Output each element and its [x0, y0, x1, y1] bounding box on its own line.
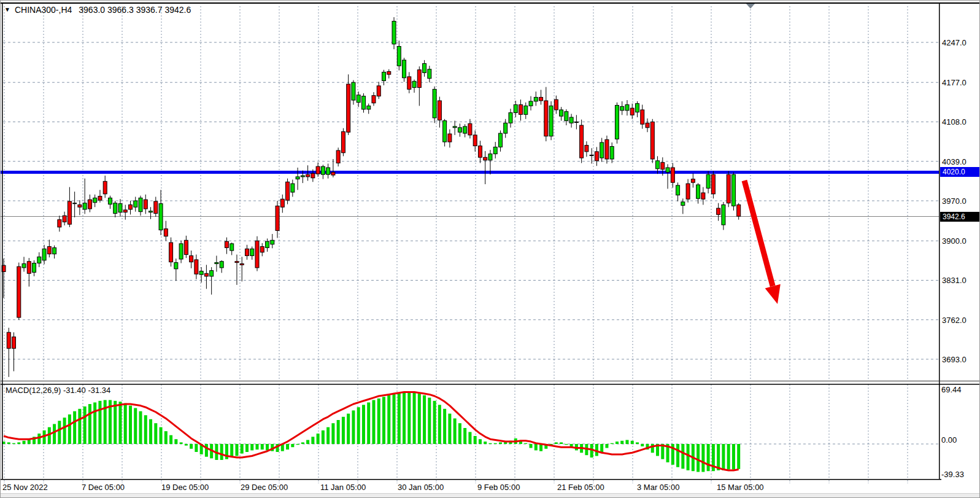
candle-up [199, 271, 203, 275]
panel-separator-top[interactable] [1, 381, 980, 381]
candle-up [53, 247, 56, 254]
macd-histogram-bar [37, 434, 41, 444]
macd-histogram-bar [68, 414, 71, 444]
time-axis-label: 25 Nov 2022 [2, 483, 48, 492]
candle-up [271, 240, 274, 244]
candle-down [605, 139, 609, 159]
macd-indicator-label: MACD(12,26,9) -31.40 -31.34 [6, 386, 110, 395]
candle-up [22, 263, 26, 268]
macd-histogram-bar [707, 444, 710, 471]
symbol-dropdown-icon[interactable]: ▼ [4, 6, 10, 13]
sell-arrow-head[interactable] [765, 284, 781, 304]
candle-up [534, 97, 538, 101]
candle-up [326, 168, 330, 174]
macd-histogram-bar [524, 443, 527, 444]
chart-canvas[interactable] [1, 1, 980, 498]
annotations[interactable] [744, 3, 781, 304]
price-axis-label: 4039.0 [942, 157, 966, 166]
macd-histogram-bar [256, 444, 259, 449]
candle-down [144, 200, 147, 209]
candle-down [286, 182, 290, 200]
candle-down [387, 72, 391, 75]
candle-down [539, 97, 543, 101]
candle-down [646, 123, 649, 127]
candle-down [341, 131, 345, 152]
candle-down [347, 84, 350, 132]
candle-down [12, 337, 16, 349]
macd-histogram-bar [418, 394, 421, 444]
macd-histogram-bar [605, 444, 608, 448]
macd-histogram-bar [83, 407, 87, 444]
candle-down [661, 163, 665, 169]
window-footer-strip [1, 493, 980, 498]
top-border [1, 2, 980, 4]
macd-histogram-bar [676, 444, 679, 467]
candle-up [139, 198, 142, 211]
candle-down [554, 99, 558, 110]
candle-down [691, 179, 695, 183]
price-axis-label: 3970.0 [942, 196, 966, 206]
candle-down [417, 70, 421, 88]
candle-down [671, 168, 674, 182]
macd-histogram-bar [347, 414, 350, 444]
time-axis-label: 15 Mar 05:00 [717, 483, 764, 492]
panel-separator-bottom[interactable] [1, 384, 980, 385]
candle-up [220, 262, 223, 268]
candle-down [478, 146, 482, 158]
macd-histogram-bar [701, 444, 704, 472]
time-axis-label: 3 Mar 05:00 [637, 483, 679, 492]
candle-up [488, 154, 492, 160]
macd-histogram-bar [620, 441, 623, 444]
macd-histogram-bar [93, 402, 96, 444]
macd-histogram-bar [362, 405, 365, 444]
candle-down [331, 172, 335, 175]
candle-up [498, 133, 502, 147]
macd-histogram-bar [286, 444, 289, 449]
macd-histogram-bar [407, 392, 411, 445]
candle-up [453, 126, 457, 128]
candle-down [240, 263, 244, 265]
candle-down [448, 134, 452, 142]
macd-histogram-bar [118, 402, 122, 444]
candle-down [686, 184, 690, 199]
candle-down [372, 96, 376, 103]
macd-histogram-bar [58, 421, 61, 444]
chart-shift-marker-icon[interactable] [746, 3, 755, 9]
level-price-badge: 4020.0 [940, 167, 980, 177]
macd-histogram-bar [722, 444, 725, 470]
macd-histogram-bar [479, 439, 482, 444]
macd-histogram-bar [160, 427, 163, 444]
macd-histogram-bar [352, 410, 355, 444]
macd-histogram-bar [433, 401, 436, 444]
candle-down [585, 146, 588, 152]
macd-histogram-bar [190, 444, 193, 449]
time-axis-label: 9 Feb 05:00 [477, 483, 520, 492]
macd-histogram-bar [149, 419, 152, 444]
macd-histogram-bar [134, 408, 137, 445]
macd-histogram-bar [468, 432, 471, 445]
candle-up [266, 241, 269, 247]
candle-down [701, 193, 705, 199]
candle-up [620, 106, 624, 111]
macd-histogram-bar [458, 423, 461, 444]
candle-down [7, 332, 10, 348]
macd-histogram-bar [393, 394, 396, 444]
candle-up [493, 147, 497, 154]
macd-values: -31.40 -31.34 [63, 386, 110, 395]
candle-down [103, 181, 107, 193]
candle-up [610, 147, 614, 159]
time-axis-label: 7 Dec 05:00 [82, 483, 125, 492]
macd-histogram-bar [78, 409, 81, 444]
candle-up [676, 185, 680, 195]
macd-histogram-bar [53, 424, 56, 445]
macd-histogram-bar [438, 405, 441, 444]
candle-up [382, 72, 386, 80]
candle-down [727, 174, 730, 203]
macd-axis-label: 69.44 [941, 385, 962, 394]
candle-up [250, 249, 254, 255]
current-price-badge: 3942.6 [940, 212, 980, 222]
candle-up [321, 166, 325, 174]
macd-histogram-bar [139, 411, 142, 444]
candle-up [412, 81, 416, 87]
sell-arrow-shaft[interactable] [744, 181, 773, 286]
